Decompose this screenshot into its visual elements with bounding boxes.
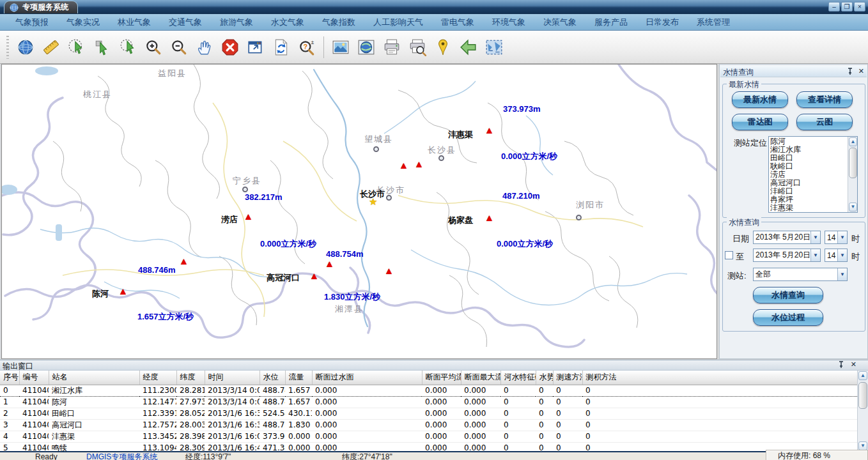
station-triangle-marker[interactable]: ▲	[484, 126, 494, 135]
identify-help-icon[interactable]: ? ±	[294, 34, 320, 60]
panel-close-icon[interactable]: ✕	[858, 68, 864, 75]
globe-extent-icon[interactable]	[13, 34, 38, 60]
station-triangle-marker[interactable]: ▲	[179, 257, 189, 266]
clear-stop-icon[interactable]	[217, 34, 243, 60]
map-overview-icon[interactable]	[481, 34, 507, 60]
menu-item[interactable]: 决策气象	[534, 14, 585, 30]
scroll-thumb[interactable]	[858, 382, 867, 409]
to-date-checkbox[interactable]	[725, 251, 733, 259]
station-triangle-marker[interactable]: ▲	[309, 272, 319, 280]
table-scrollbar[interactable]: ▲ ▼	[857, 371, 868, 451]
column-header[interactable]: 断面最大流	[461, 371, 500, 385]
station-list-item[interactable]: 沣惠渠	[770, 204, 847, 212]
station-triangle-marker[interactable]: ▲	[414, 160, 424, 169]
zoom-in-icon[interactable]	[141, 34, 166, 60]
menu-item[interactable]: 雷电气象	[432, 14, 483, 30]
station-listbox[interactable]: 陈河湘江水库田峪口耿峪口涝店高冠河口沣峪口冉家坪沣惠渠 ▲ ▼	[768, 136, 858, 213]
column-header[interactable]: 编号	[19, 371, 49, 385]
select-by-polygon-icon[interactable]	[115, 34, 141, 60]
hour-picker[interactable]: 14▼	[825, 231, 848, 244]
menu-item[interactable]: 人工影响天气	[364, 14, 432, 30]
column-header[interactable]: 时间	[205, 371, 260, 385]
end-hour-picker[interactable]: 14▼	[825, 249, 848, 262]
dropdown-arrow-icon[interactable]: ▼	[837, 268, 847, 280]
menu-item[interactable]: 环境气象	[483, 14, 534, 30]
latest-water-button[interactable]: 最新水情	[732, 91, 788, 108]
table-row[interactable]: 041104002湘江水库111.23000028.2811112013/3/1…	[0, 385, 857, 396]
pin-icon[interactable]	[838, 361, 844, 369]
menu-item[interactable]: 气象预报	[6, 14, 58, 30]
menu-item[interactable]: 系统管理	[688, 14, 739, 30]
menu-item[interactable]: 交通气象	[160, 14, 211, 30]
column-header[interactable]: 站名	[49, 371, 139, 385]
scroll-thumb[interactable]	[849, 148, 857, 178]
table-row[interactable]: 541104022鸣犊113.10944428.3091672013/1/6 1…	[0, 442, 857, 451]
print-preview-icon[interactable]	[405, 34, 430, 60]
column-header[interactable]: 测积方法	[582, 371, 857, 385]
table-row[interactable]: 341104010高冠河口112.75722228.0033332013/1/6…	[0, 419, 857, 431]
table-row[interactable]: 441104017沣惠渠113.34527828.3986112013/1/6 …	[0, 431, 857, 442]
station-triangle-marker[interactable]: ▲	[484, 213, 494, 222]
measure-ruler-icon[interactable]	[38, 34, 64, 60]
menu-item[interactable]: 日常发布	[637, 14, 688, 30]
station-triangle-marker[interactable]: ▲	[118, 287, 128, 296]
menu-item[interactable]: 气象指数	[313, 14, 364, 30]
column-header[interactable]: 测速方法	[553, 371, 582, 385]
water-query-button[interactable]: 水情查询	[753, 287, 823, 303]
water-level-process-button[interactable]: 水位过程	[753, 309, 823, 326]
output-close-icon[interactable]: ✕	[851, 361, 856, 369]
world-image-icon[interactable]	[353, 34, 379, 60]
column-header[interactable]: 河水特征码	[500, 371, 536, 385]
select-feature-icon[interactable]	[89, 34, 115, 60]
toolbar-grip[interactable]	[6, 36, 9, 59]
placemark-pin-icon[interactable]	[430, 34, 456, 60]
date-picker[interactable]: 2013年 5月20日▼	[753, 231, 821, 244]
column-header[interactable]: 流量	[285, 371, 312, 385]
zoom-out-icon[interactable]	[166, 34, 192, 60]
export-image-icon[interactable]	[328, 34, 353, 60]
menu-item[interactable]: 气象实况	[58, 14, 109, 30]
column-header[interactable]: 断面过水面	[312, 371, 422, 385]
table-row[interactable]: 141104002陈河112.14777827.9736112013/3/14 …	[0, 396, 857, 408]
menu-item[interactable]: 旅游气象	[211, 14, 262, 30]
station-triangle-marker[interactable]: ▲	[244, 212, 253, 221]
radar-chart-button[interactable]: 雷达图	[732, 114, 788, 130]
station-list-scrollbar[interactable]: ▲ ▼	[848, 137, 857, 212]
pin-icon[interactable]	[847, 68, 853, 75]
column-header[interactable]: 水势	[536, 371, 553, 385]
minimize-button[interactable]: –	[828, 2, 840, 12]
column-header[interactable]: 纬度	[176, 371, 205, 385]
menu-item[interactable]: 林业气象	[109, 14, 160, 30]
station-triangle-marker[interactable]: ▲	[399, 161, 408, 170]
new-window-icon[interactable]	[243, 34, 268, 60]
menu-item[interactable]: 水文气象	[262, 14, 313, 30]
scroll-up-icon[interactable]: ▲	[849, 137, 857, 146]
refresh-page-icon[interactable]	[268, 34, 294, 60]
close-button[interactable]: ×	[854, 2, 865, 12]
station-triangle-marker[interactable]: ▲	[384, 266, 394, 275]
view-details-button[interactable]: 查看详情	[796, 91, 853, 108]
end-date-picker[interactable]: 2013年 5月20日▼	[753, 249, 821, 262]
cloud-image-button[interactable]: 云图	[796, 114, 853, 130]
scroll-down-icon[interactable]: ▼	[858, 441, 867, 450]
station-select[interactable]: 全部▼	[753, 268, 848, 281]
column-header[interactable]: 序号	[0, 371, 19, 385]
print-icon[interactable]	[379, 34, 405, 60]
scroll-up-icon[interactable]: ▲	[858, 371, 867, 380]
column-header[interactable]: 断面平均流	[422, 371, 461, 385]
dropdown-arrow-icon[interactable]: ▼	[810, 249, 820, 261]
column-header[interactable]: 经度	[139, 371, 176, 385]
dropdown-arrow-icon[interactable]: ▼	[837, 249, 847, 261]
pan-hand-icon[interactable]	[192, 34, 217, 60]
column-header[interactable]: 水位	[260, 371, 285, 385]
select-by-circle-icon[interactable]	[64, 34, 89, 60]
table-row[interactable]: 241104004田峪口112.33916728.0522222013/1/6 …	[0, 408, 857, 419]
station-triangle-marker[interactable]: ▲	[325, 259, 334, 268]
back-arrow-icon[interactable]	[456, 34, 481, 60]
map-canvas[interactable]: 益阳县桃江县宁乡县望城县长沙县长沙市浏阳市湘潭县 沣惠渠涝店杨家盘长沙市高冠河口…	[1, 64, 717, 359]
menu-item[interactable]: 服务产品	[585, 14, 637, 30]
maximize-button[interactable]: ❐	[841, 2, 853, 12]
dropdown-arrow-icon[interactable]: ▼	[837, 231, 847, 243]
scroll-down-icon[interactable]: ▼	[849, 203, 857, 211]
dropdown-arrow-icon[interactable]: ▼	[810, 231, 820, 243]
